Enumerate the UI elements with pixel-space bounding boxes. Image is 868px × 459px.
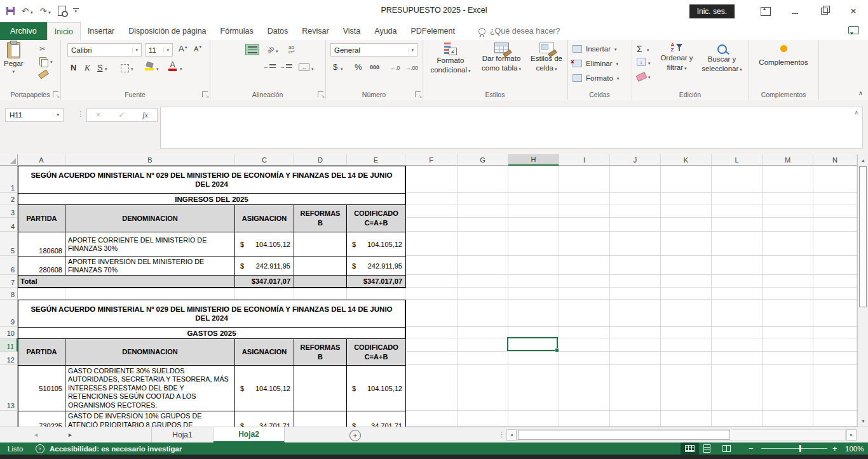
cell-denominacion[interactable]: GASTO CORRIENTE 30% SUELDOS AUTORIDADES,… [65,366,235,411]
shrink-font-button[interactable]: A▼ [194,45,202,53]
minimize-button[interactable] [780,2,810,21]
zoom-level[interactable]: 100% [845,442,864,455]
scrollbar-resize-handle-icon[interactable]: ⋮ [498,430,505,439]
font-dialog-launcher-icon[interactable] [202,91,208,97]
insert-cells-button[interactable]: Insertar▾ [573,45,617,53]
increase-indent-icon[interactable]: → [280,63,292,70]
tab-inicio[interactable]: Inicio [47,22,81,40]
select-all-corner[interactable] [0,154,18,166]
cell-reformas-empty[interactable] [294,411,347,427]
row-header-7[interactable]: 7 [0,275,18,288]
format-cells-button[interactable]: Formato▾ [573,74,619,82]
formula-bar-handle-icon[interactable]: ⋮ [77,110,84,118]
accessibility-status[interactable]: ×Accesibilidad: es necesario investigar [36,442,182,455]
cell-partida[interactable]: 180608 [18,232,65,256]
zoom-out-button[interactable]: − [749,442,754,455]
tell-me-box[interactable]: ¿Qué desea hacer? [478,22,560,40]
underline-button[interactable]: S [97,63,103,72]
column-header-l[interactable]: L [712,154,763,166]
header-denominacion[interactable]: DENOMINACION [65,205,235,232]
row-header-11[interactable]: 11 [0,338,18,352]
column-header-i[interactable]: I [559,154,610,166]
column-header-m[interactable]: M [763,154,813,166]
orientation-dropdown-icon[interactable]: ▾ [276,49,278,53]
undo-icon[interactable]: ↶ [22,7,29,15]
grid-pane[interactable]: SEGÚN ACUERDO MINISTERIAL Nº 029 DEL MIN… [0,154,857,427]
bold-button[interactable]: N [71,63,76,72]
sheet-tab-hoja2[interactable]: Hoja2 [214,427,285,442]
currency-format-icon[interactable]: $ [333,62,337,72]
orientation-icon[interactable]: ab [266,45,276,55]
font-color-icon[interactable]: A [168,62,177,71]
scroll-down-icon[interactable]: ▼ [858,416,868,426]
merge-dropdown-icon[interactable]: ▾ [311,67,314,71]
row-header-1[interactable]: 1 [0,166,18,193]
autosum-icon[interactable]: Σ [637,44,642,53]
sheet-tab-hoja1[interactable]: Hoja1 [151,427,214,442]
total-label-cell[interactable]: Total [18,276,235,288]
cell-asignacion[interactable]: $242.911,95 [235,256,294,276]
column-header-h[interactable]: H [508,154,559,166]
undo-dropdown-icon[interactable]: ▾ [31,10,33,15]
header-partida[interactable]: PARTIDA [18,339,65,366]
column-header-k[interactable]: K [661,154,712,166]
cut-icon[interactable]: ✂ [39,44,46,53]
normal-view-button[interactable] [681,442,699,455]
paste-button[interactable]: Pegar ▾ [4,42,24,74]
cell-denominacion[interactable]: APORTE CORRIENTE DEL MINISTERIO DE FINAN… [65,232,235,256]
merge-center-icon[interactable]: ↔ [299,63,309,71]
header-reformas[interactable]: REFORMASB [294,339,347,366]
column-header-d[interactable]: D [294,154,347,166]
sign-in-button[interactable]: Inic. ses. [689,4,735,18]
cancel-icon[interactable]: × [96,110,100,119]
status-mode[interactable]: Listo [8,442,23,455]
vertical-scroll-thumb[interactable] [859,166,867,307]
cell-asignacion[interactable]: $104.105,12 [235,366,294,411]
copy-icon[interactable] [39,57,46,65]
total-reformas-cell[interactable] [294,276,347,288]
sheet-nav-right-icon[interactable]: ► [67,432,73,438]
page-break-view-button[interactable] [722,442,731,455]
cell-styles-button[interactable]: Estilos de celda▾ [528,43,565,73]
column-header-f[interactable]: F [405,154,458,166]
decrease-decimal-icon[interactable]: →.00 [405,65,418,71]
number-format-combobox[interactable]: General▾ [330,43,417,57]
tab-disposicion[interactable]: Disposición de página [121,22,213,40]
redo-icon[interactable]: ↷ [39,7,46,15]
row-header-9[interactable]: 9 [0,300,18,327]
cell-codificado[interactable]: $104.105,12 [347,232,405,256]
gastos-section-title-cell[interactable]: GASTOS 2025 [18,328,405,339]
clear-dropdown-icon[interactable]: ▾ [648,75,651,79]
scroll-up-icon[interactable]: ▲ [858,155,868,165]
column-header-n[interactable]: N [813,154,857,166]
collapse-ribbon-icon[interactable]: ∧ [858,90,863,96]
borders-dropdown-icon[interactable]: ▾ [131,67,133,71]
cell-partida[interactable]: 730225 [18,411,65,427]
fill-down-icon[interactable]: ↓ [637,58,646,66]
wrap-text-icon[interactable]: ab [288,45,295,54]
fill-color-dropdown-icon[interactable]: ▾ [156,67,159,71]
addins-button[interactable]: Complementos [749,45,818,67]
header-denominacion[interactable]: DENOMINACION [65,339,235,366]
decrease-indent-icon[interactable]: ← [263,63,276,70]
cell-codificado[interactable]: $34.701,71 [347,411,405,427]
fill-color-icon[interactable] [145,62,154,70]
acuerdo-title-cell[interactable]: SEGÚN ACUERDO MINISTERIAL Nº 029 DEL MIN… [18,166,405,194]
name-box-dropdown-icon[interactable]: ▾ [53,112,59,117]
tab-insertar[interactable]: Insertar [81,22,121,40]
header-asignacion[interactable]: ASIGNACION [235,205,294,232]
enter-check-icon[interactable]: ✓ [118,110,125,119]
row-header-4[interactable]: 4 [0,218,18,232]
zoom-in-button[interactable]: + [832,442,837,455]
print-preview-icon[interactable] [58,6,66,16]
autosum-dropdown-icon[interactable]: ▾ [647,48,649,52]
italic-button[interactable]: K [85,63,90,73]
tab-revisar[interactable]: Revisar [295,22,336,40]
cell-codificado[interactable]: $242.911,95 [347,256,405,276]
font-size-combobox[interactable]: 11▾ [145,43,173,57]
copy-dropdown-icon[interactable]: ▾ [50,60,53,64]
cell-denominacion[interactable]: GASTO DE INVERSION 10% GRUPOS DE ATENCIÓ… [65,411,235,427]
percent-style-icon[interactable]: % [355,62,362,72]
clipboard-dialog-launcher-icon[interactable] [53,91,58,97]
find-select-button[interactable]: Buscar y seleccionar▾ [698,43,746,74]
